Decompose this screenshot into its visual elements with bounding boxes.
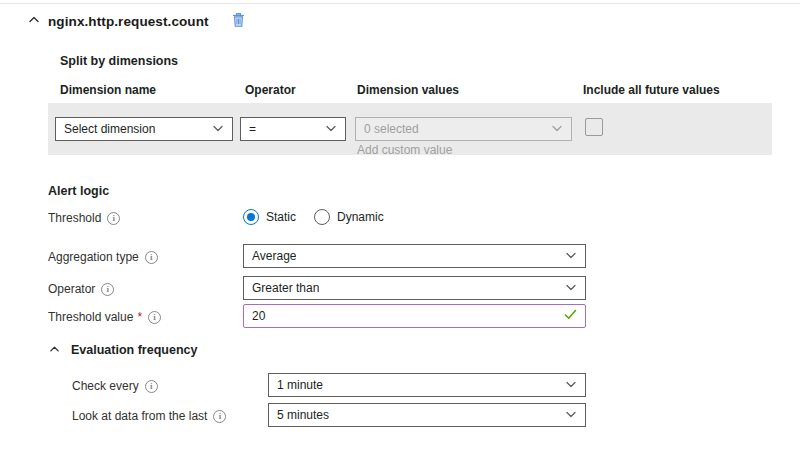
dimension-name-dropdown[interactable]: Select dimension [55,117,233,141]
threshold-value-label: Threshold value [48,310,133,324]
lookback-label: Look at data from the last [72,409,207,423]
chevron-down-icon [565,408,577,423]
dimension-operator-dropdown[interactable]: = [240,117,346,141]
dimension-name-dropdown-value: Select dimension [64,122,155,136]
alert-logic-heading: Alert logic [48,184,109,198]
check-every-label: Check every [72,379,139,393]
aggregation-type-label: Aggregation type [48,250,139,264]
chevron-down-icon [565,281,577,296]
threshold-label: Threshold [48,211,101,225]
threshold-label-row: Threshold i [48,211,120,225]
chevron-down-icon [565,249,577,264]
static-radio-label[interactable]: Static [266,210,296,224]
column-header-include-future-values: Include all future values [583,83,720,97]
dimension-row: Select dimension = 0 selected Add custom… [48,103,772,155]
chevron-down-icon [212,122,224,137]
column-header-dimension-values: Dimension values [357,83,459,97]
operator-dropdown[interactable]: Greater than [243,276,586,300]
chevron-down-icon [565,378,577,393]
top-divider [0,3,800,4]
dynamic-radio[interactable] [314,209,330,225]
threshold-value-input[interactable]: 20 [243,304,586,328]
chevron-down-icon [325,122,337,137]
valid-checkmark-icon [564,309,577,323]
threshold-value-input-value: 20 [252,309,265,323]
info-icon[interactable]: i [101,283,114,296]
operator-dropdown-value: Greater than [252,281,319,295]
info-icon[interactable]: i [107,212,120,225]
chevron-up-icon [49,343,60,358]
lookback-dropdown[interactable]: 5 minutes [268,403,586,427]
dimension-operator-dropdown-value: = [249,122,256,136]
operator-label: Operator [48,282,95,296]
delete-condition-button[interactable] [231,12,246,31]
info-icon[interactable]: i [148,311,161,324]
threshold-radio-group: Static Dynamic [243,209,402,225]
collapse-frequency-button[interactable] [46,342,62,358]
check-every-dropdown-value: 1 minute [277,378,323,392]
column-header-operator: Operator [245,83,296,97]
evaluation-frequency-header: Evaluation frequency [46,342,197,358]
required-asterisk: * [137,310,142,324]
chevron-down-icon [551,122,563,137]
check-every-label-row: Check every i [72,379,158,393]
lookback-label-row: Look at data from the last i [72,409,226,423]
lookback-dropdown-value: 5 minutes [277,408,329,422]
column-header-dimension-name: Dimension name [60,83,156,97]
collapse-condition-button[interactable] [26,14,42,30]
trash-icon [231,12,246,31]
info-icon[interactable]: i [213,410,226,423]
metric-alert-condition-panel: nginx.http.request.count Split by dimens… [0,0,800,454]
dimension-values-dropdown-value: 0 selected [364,122,419,136]
info-icon[interactable]: i [145,380,158,393]
split-by-dimensions-heading: Split by dimensions [60,54,178,68]
dimension-values-dropdown: 0 selected [355,117,572,141]
chevron-up-icon [28,14,40,29]
condition-header: nginx.http.request.count [26,12,246,31]
operator-label-row: Operator i [48,282,114,296]
dynamic-radio-label[interactable]: Dynamic [337,210,384,224]
include-future-values-checkbox[interactable] [585,118,603,136]
aggregation-type-dropdown[interactable]: Average [243,244,586,268]
add-custom-value-link[interactable]: Add custom value [357,143,452,157]
condition-title: nginx.http.request.count [48,14,209,29]
radio-dot [247,213,255,221]
evaluation-frequency-heading: Evaluation frequency [71,343,197,357]
check-every-dropdown[interactable]: 1 minute [268,373,586,397]
info-icon[interactable]: i [145,251,158,264]
aggregation-type-dropdown-value: Average [252,249,296,263]
threshold-value-label-row: Threshold value * i [48,310,161,324]
aggregation-type-label-row: Aggregation type i [48,250,158,264]
static-radio[interactable] [243,209,259,225]
